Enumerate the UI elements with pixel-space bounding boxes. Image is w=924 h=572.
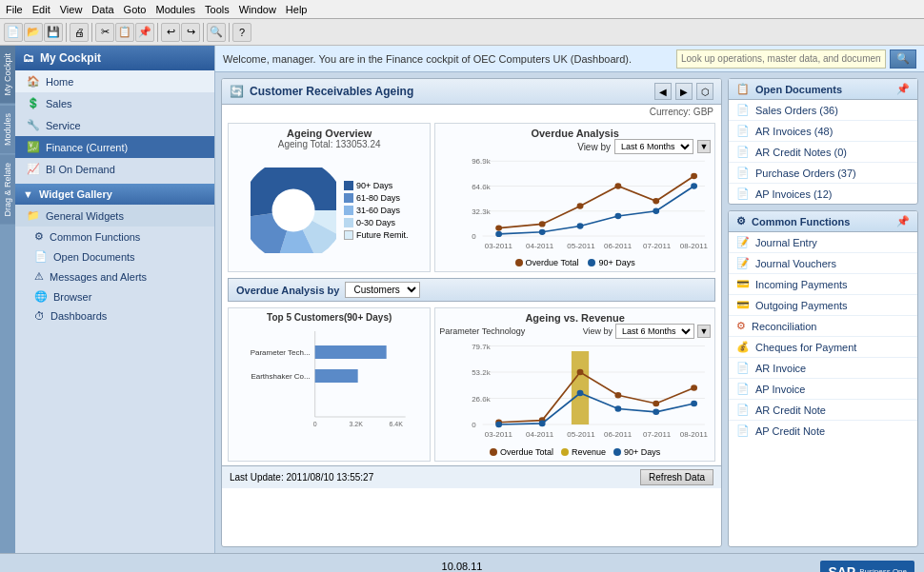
nav-sales[interactable]: 💲 Sales [15,92,214,114]
nav-finance[interactable]: 💹 Finance (Current) [15,136,214,158]
edge-tab-drag[interactable]: Drag & Relate [0,155,15,225]
svg-text:07-2011: 07-2011 [643,242,671,250]
menu-goto[interactable]: Goto [124,4,147,15]
panel-refresh-icon[interactable]: 🔄 [230,85,244,98]
nav-service-label: Service [46,120,81,131]
overdue-period-select[interactable]: Last 6 Months [614,139,693,154]
menu-window[interactable]: Window [239,4,276,15]
svg-rect-33 [315,345,387,359]
cf-item-7[interactable]: 📄 AP Invoice [729,379,917,400]
menu-help[interactable]: Help [286,4,308,15]
legend-90plus: 90+ Days [344,181,409,190]
panel-next-btn[interactable]: ▶ [675,83,693,100]
menu-edit[interactable]: Edit [32,4,50,15]
open-docs-item-0[interactable]: 📄 Sales Orders (36) [729,100,917,121]
av-period-select[interactable]: Last 6 Months [615,324,694,339]
ar-invoice-icon: 📄 [736,362,750,374]
edge-tab-modules[interactable]: Modules [0,106,15,153]
toolbar-help[interactable]: ? [232,23,251,42]
sap-sub-label: Business One [859,567,907,572]
toolbar-open[interactable]: 📂 [24,23,43,42]
cf-item-4[interactable]: ⚙ Reconciliation [729,316,917,337]
overdue-expand-btn[interactable]: ▼ [697,140,711,153]
open-docs-item-1[interactable]: 📄 AR Invoices (48) [729,121,917,142]
menu-view[interactable]: View [60,4,83,15]
bi-icon: 📈 [27,163,40,175]
open-documents-panel: 📋 Open Documents 📌 📄 Sales Orders (36) 📄… [728,78,918,205]
overdue-total-legend: Overdue Total [515,258,579,267]
av-expand-btn[interactable]: ▼ [697,325,711,338]
search-area: 🔍 [676,49,916,69]
svg-point-14 [496,225,503,230]
sub-open-docs-label: Open Documents [53,251,135,263]
toolbar-sep5 [229,23,230,42]
ageing-title: Ageing Overview [232,128,426,139]
svg-point-58 [577,390,584,397]
toolbar: 📄 📂 💾 🖨 ✂ 📋 📌 ↩ ↪ 🔍 ? [0,19,924,46]
nav-bi[interactable]: 📈 BI On Demand [15,158,214,180]
sub-dashboards-label: Dashboards [50,310,107,322]
journal-entry-icon: 📝 [736,236,750,248]
cf-item-6[interactable]: 📄 AR Invoice [729,358,917,379]
sub-open-docs[interactable]: 📄 Open Documents [15,247,214,266]
ap-invoices-icon: 📄 [736,187,750,200]
ageing-revenue-chart: 79.7k 53.2k 26.6k 0 [439,341,711,445]
overdue-by-select[interactable]: Customers [345,282,420,298]
cf-item-1[interactable]: 📝 Journal Vouchers [729,253,917,274]
nav-finance-label: Finance (Current) [46,142,128,153]
common-func-pin-icon[interactable]: 📌 [896,215,910,227]
toolbar-new[interactable]: 📄 [4,23,23,42]
general-widgets-header[interactable]: 📁 General Widgets [15,205,214,227]
ar-invoices-icon: 📄 [736,125,750,137]
view-by-label: View by [577,142,611,152]
cf-item-8[interactable]: 📄 AR Credit Note [729,400,917,421]
open-docs-item-4[interactable]: 📄 AP Invoices (12) [729,184,917,204]
nav-bi-label: BI On Demand [46,164,115,175]
sub-dashboards[interactable]: ⏱ Dashboards [15,306,214,325]
top5-box: Top 5 Customers(90+ Days) Parameter Tech… [228,307,431,462]
nav-home[interactable]: 🏠 Home [15,70,214,92]
widget-gallery-header[interactable]: ▼ Widget Gallery [15,184,214,205]
open-docs-pin-icon[interactable]: 📌 [896,83,910,95]
svg-text:04-2011: 04-2011 [526,430,553,439]
toolbar-copy[interactable]: 📋 [115,23,134,42]
toolbar-print[interactable]: 🖨 [70,23,89,42]
sub-browser[interactable]: 🌐 Browser [15,286,214,306]
search-input[interactable] [676,49,886,69]
cf-item-0[interactable]: 📝 Journal Entry [729,232,917,253]
cf-item-5[interactable]: 💰 Cheques for Payment [729,337,917,358]
cf-item-2[interactable]: 💳 Incoming Payments [729,274,917,295]
menu-data[interactable]: Data [91,4,113,15]
panel-header: 🔄 Customer Receivables Ageing ◀ ▶ ⬡ [222,79,721,105]
sub-common-functions[interactable]: ⚙ Common Functions [15,227,214,247]
toolbar-undo[interactable]: ↩ [161,23,180,42]
edge-tab-cockpit[interactable]: My Cockpit [0,46,15,104]
pie-chart-svg [251,168,336,253]
nav-service[interactable]: 🔧 Service [15,114,214,136]
panel-prev-btn[interactable]: ◀ [654,83,672,100]
refresh-data-btn[interactable]: Refresh Data [640,469,713,485]
content-area: Welcome, manager. You are in the Finance… [215,46,924,553]
legend-61-80: 61-80 Days [344,193,409,203]
sidebar-title: My Cockpit [40,51,101,65]
open-docs-item-3[interactable]: 📄 Purchase Orders (37) [729,163,917,184]
menu-modules[interactable]: Modules [155,4,195,15]
home-icon: 🏠 [27,75,40,88]
toolbar-redo[interactable]: ↪ [181,23,200,42]
svg-text:6.4K: 6.4K [389,421,403,427]
open-docs-item-2[interactable]: 📄 AR Credit Notes (0) [729,142,917,163]
sub-messages[interactable]: ⚠ Messages and Alerts [15,266,214,286]
legend-0-30: 0-30 Days [344,218,409,227]
menu-tools[interactable]: Tools [205,4,230,15]
menu-file[interactable]: File [6,4,23,15]
toolbar-save[interactable]: 💾 [44,23,63,42]
finance-icon: 💹 [27,141,40,153]
toolbar-filter[interactable]: 🔍 [207,23,226,42]
toolbar-paste[interactable]: 📌 [135,23,154,42]
panel-detach-btn[interactable]: ⬡ [696,83,713,100]
search-button[interactable]: 🔍 [890,49,916,69]
toolbar-cut[interactable]: ✂ [95,23,114,42]
cf-item-9[interactable]: 📄 AP Credit Note [729,421,917,441]
svg-point-15 [539,221,546,227]
cf-item-3[interactable]: 💳 Outgoing Payments [729,295,917,316]
